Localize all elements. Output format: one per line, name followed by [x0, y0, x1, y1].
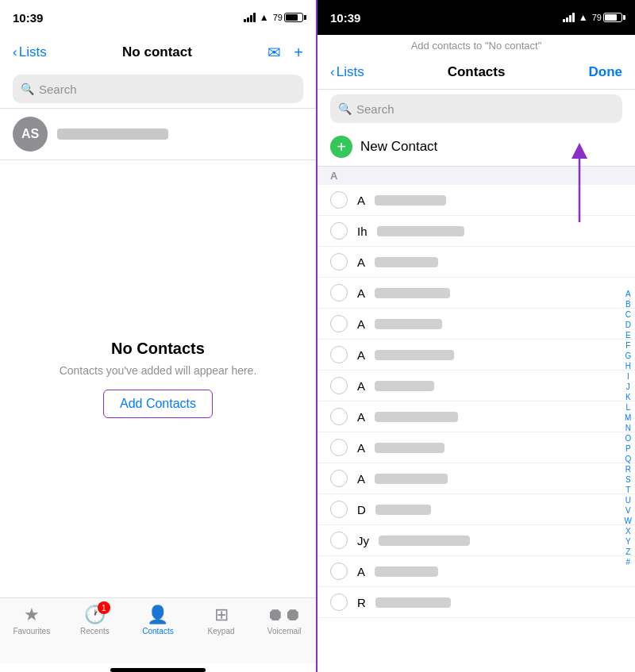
contact-row[interactable]: A — [318, 309, 635, 340]
contact-name-blurred — [375, 257, 438, 267]
left-status-bar: 10:39 ▲ 79 — [0, 0, 316, 35]
alpha-letter-l[interactable]: L — [623, 403, 633, 413]
alpha-letter-#[interactable]: # — [623, 558, 633, 567]
alpha-letter-b[interactable]: B — [623, 300, 633, 309]
alpha-letter-f[interactable]: F — [623, 341, 633, 351]
contact-name-prefix: A — [357, 348, 365, 362]
radio-button[interactable] — [330, 315, 348, 332]
alpha-letter-u[interactable]: U — [623, 496, 633, 505]
contact-row[interactable]: A — [318, 371, 635, 401]
contacts-icon: 👤 — [147, 605, 168, 625]
alpha-letter-x[interactable]: X — [623, 527, 633, 536]
contact-row[interactable]: A — [318, 556, 635, 587]
alpha-letter-q[interactable]: Q — [623, 455, 633, 464]
alpha-letter-h[interactable]: H — [623, 362, 633, 371]
alpha-letter-z[interactable]: Z — [623, 547, 633, 557]
contact-item[interactable]: AS — [0, 109, 316, 159]
alpha-letter-s[interactable]: S — [623, 475, 633, 485]
left-nav-title: No contact — [122, 44, 192, 60]
alpha-letter-m[interactable]: M — [623, 413, 633, 423]
right-search-icon: 🔍 — [338, 102, 352, 115]
alpha-letter-g[interactable]: G — [623, 351, 633, 361]
alpha-letter-y[interactable]: Y — [623, 537, 633, 547]
contact-name-prefix: A — [357, 379, 365, 393]
alpha-letter-o[interactable]: O — [623, 434, 633, 444]
contact-name-prefix: A — [357, 565, 365, 578]
left-search-bar[interactable]: 🔍 Search — [13, 75, 303, 103]
mail-icon[interactable]: ✉ — [267, 43, 281, 62]
alpha-letter-r[interactable]: R — [623, 465, 633, 474]
radio-button[interactable] — [330, 191, 348, 209]
radio-button[interactable] — [330, 253, 348, 271]
contact-row[interactable]: A — [318, 401, 635, 432]
right-time: 10:39 — [330, 11, 360, 25]
contact-row[interactable]: A — [318, 432, 635, 463]
radio-button[interactable] — [330, 284, 348, 301]
alpha-letter-k[interactable]: K — [623, 393, 633, 402]
alpha-letter-t[interactable]: T — [623, 486, 633, 495]
alpha-index[interactable]: ABCDEFGHIJKLMNOPQRSTUVWXYZ# — [623, 185, 633, 672]
right-signal-icon — [563, 13, 575, 22]
right-battery-percent: 79 — [592, 13, 602, 22]
right-nav-bar: ‹ Lists Contacts Done — [318, 55, 635, 90]
radio-button[interactable] — [330, 346, 348, 363]
contact-name-blurred — [375, 412, 458, 422]
signal-icon — [244, 13, 256, 22]
no-contacts-section: No Contacts Contacts you've added will a… — [0, 160, 316, 597]
radio-button[interactable] — [330, 408, 348, 425]
contact-name-blurred — [377, 226, 464, 236]
contact-row[interactable]: D — [318, 494, 635, 525]
radio-button[interactable] — [330, 222, 348, 240]
right-search-bar[interactable]: 🔍 Search — [330, 94, 622, 123]
alpha-letter-v[interactable]: V — [623, 506, 633, 516]
contact-row[interactable]: A — [318, 278, 635, 309]
contact-name-blurred — [379, 536, 470, 546]
contact-row[interactable]: R — [318, 587, 635, 618]
tab-keypad-label: Keypad — [208, 627, 235, 636]
contact-name-prefix: A — [357, 317, 365, 331]
alpha-letter-n[interactable]: N — [623, 424, 633, 433]
section-header-a: A — [318, 167, 635, 185]
radio-button[interactable] — [330, 501, 348, 518]
add-icon[interactable]: + — [294, 44, 303, 62]
alpha-letter-c[interactable]: C — [623, 310, 633, 320]
alpha-letter-w[interactable]: W — [623, 516, 633, 526]
right-search-placeholder: Search — [356, 102, 394, 116]
radio-button[interactable] — [330, 563, 348, 580]
alpha-letter-j[interactable]: J — [623, 382, 633, 392]
contact-row[interactable]: Jy — [318, 525, 635, 556]
radio-button[interactable] — [330, 532, 348, 549]
contact-row[interactable]: Ih — [318, 216, 635, 247]
new-contact-row[interactable]: + New Contact — [318, 128, 635, 167]
radio-button[interactable] — [330, 377, 348, 394]
alpha-letter-a[interactable]: A — [623, 290, 633, 299]
contact-row[interactable]: A — [318, 247, 635, 278]
radio-button[interactable] — [330, 470, 348, 487]
tab-keypad[interactable]: ⊞ Keypad — [190, 605, 253, 636]
chevron-left-icon: ‹ — [13, 44, 17, 60]
tab-contacts[interactable]: 👤 Contacts — [126, 605, 190, 636]
tab-recents[interactable]: 🕐 1 Recents — [64, 605, 127, 636]
right-done-button[interactable]: Done — [589, 64, 623, 80]
contact-name-blurred — [375, 350, 454, 360]
radio-button[interactable] — [330, 593, 348, 611]
right-back-button[interactable]: ‹ Lists — [330, 64, 364, 80]
add-contacts-button[interactable]: Add Contacts — [103, 390, 213, 418]
left-back-button[interactable]: ‹ Lists — [13, 44, 47, 60]
alpha-letter-e[interactable]: E — [623, 331, 633, 340]
radio-button[interactable] — [330, 439, 348, 456]
contact-row[interactable]: A — [318, 340, 635, 371]
alpha-letter-i[interactable]: I — [623, 372, 633, 382]
contact-name-blurred — [375, 474, 448, 484]
right-battery-container: 79 — [592, 13, 622, 22]
contact-row[interactable]: A — [318, 463, 635, 494]
alpha-letter-d[interactable]: D — [623, 321, 633, 330]
alpha-letter-p[interactable]: P — [623, 444, 633, 454]
right-back-label: Lists — [337, 64, 364, 80]
no-contacts-subtitle: Contacts you've added will appear here. — [60, 364, 257, 377]
contact-row[interactable]: A — [318, 185, 635, 216]
tab-voicemail[interactable]: ⏺⏺ Voicemail — [252, 605, 316, 636]
contact-name-blurred — [375, 597, 451, 608]
tab-favourites[interactable]: ★ Favourites — [0, 605, 64, 636]
contact-name-blurred — [375, 443, 444, 453]
